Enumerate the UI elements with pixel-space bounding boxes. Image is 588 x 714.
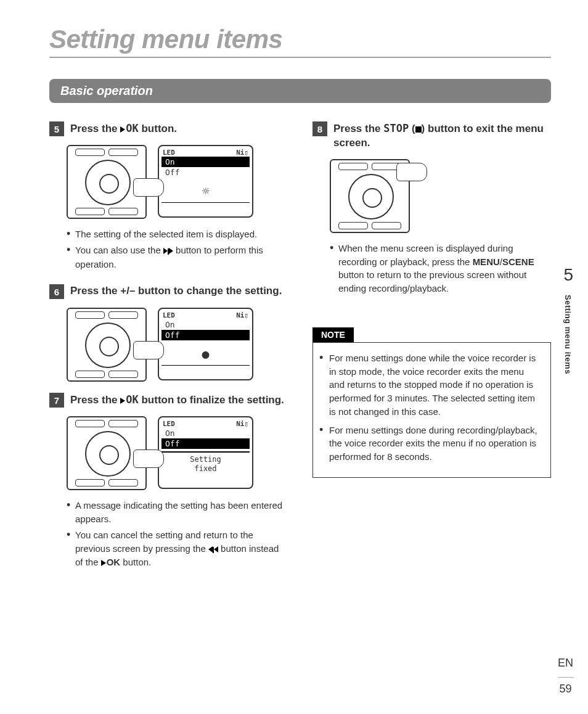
lcd-header-right: Ni▯: [236, 311, 248, 319]
language-label: EN: [558, 657, 573, 670]
note-bullet: For menu settings done while the voice r…: [319, 351, 541, 419]
step-number: 6: [49, 284, 64, 299]
lcd-screen: LEDNi▯ On Off Setting fixed: [158, 416, 253, 489]
page-footer: EN 59: [558, 657, 573, 696]
note-bullet: For menu settings done during recording/…: [319, 424, 541, 464]
lcd-screen: LEDNi▯ On Off ☼: [158, 145, 253, 218]
lcd-bulb-icon: ●: [161, 340, 250, 361]
step-5-bullets: The setting of the selected item is disp…: [49, 228, 288, 271]
text: button to return to the previous screen …: [338, 269, 526, 293]
device-illustration: [67, 145, 147, 219]
page-title: Setting menu items: [49, 25, 551, 58]
hand-icon: [133, 341, 164, 359]
text: (: [409, 123, 415, 134]
bullet: The setting of the selected item is disp…: [67, 228, 288, 241]
lcd-row-on: On: [161, 428, 250, 438]
hand-icon: [396, 163, 427, 181]
lcd-header-left: LED: [163, 149, 175, 157]
note-label: NOTE: [312, 327, 354, 342]
text: Press the: [70, 394, 120, 406]
text: Press the: [70, 123, 120, 134]
hand-icon: [133, 178, 164, 197]
step-7-bullets: A message indicating the setting has bee…: [49, 499, 288, 569]
step-text: Press the +/– button to change the setti…: [70, 284, 282, 298]
lcd-header-left: LED: [163, 311, 175, 319]
chapter-number: 5: [563, 265, 573, 285]
step-5: 5 Press the OK button.: [49, 121, 288, 136]
scene-label: SCENE: [502, 256, 534, 267]
text: button.: [139, 123, 177, 134]
lcd-screen: LEDNi▯ On Off ●: [158, 308, 253, 380]
side-section-label: Setting menu items: [563, 295, 573, 374]
text: fixed: [194, 464, 216, 473]
stop-label: STOP: [383, 122, 409, 134]
step-8: 8 Press the STOP () button to exit the m…: [312, 121, 551, 150]
section-heading: Basic operation: [49, 79, 551, 103]
ok-label: OK: [126, 393, 138, 406]
right-column: 8 Press the STOP () button to exit the m…: [312, 121, 551, 583]
step-text: Press the OK button.: [70, 121, 177, 136]
bullet: You can also use the button to perform t…: [67, 244, 288, 271]
stop-icon: [415, 126, 422, 133]
text: button.: [120, 557, 151, 567]
lcd-row-off: Off: [161, 438, 250, 449]
device-illustration: [330, 159, 410, 233]
step-number: 5: [49, 121, 64, 136]
hand-icon: [133, 449, 164, 468]
lcd-header-right: Ni▯: [236, 420, 248, 428]
side-tab: 5 Setting menu items: [563, 265, 573, 374]
lcd-row-off: Off: [161, 330, 250, 340]
device-illustration: [67, 416, 147, 490]
text: button to finalize the setting.: [139, 394, 284, 406]
lcd-row-on: On: [161, 319, 250, 330]
step-number: 8: [312, 121, 327, 136]
fast-forward-icon: [163, 244, 173, 258]
lcd-header-right: Ni▯: [236, 149, 248, 157]
text: Setting: [190, 455, 221, 464]
play-icon: [120, 126, 125, 133]
step-7: 7 Press the OK button to finalize the se…: [49, 393, 288, 408]
lcd-row-off: Off: [161, 167, 250, 178]
figure-row: [330, 159, 551, 233]
device-illustration: [67, 308, 147, 382]
figure-row: LEDNi▯ On Off ●: [67, 308, 288, 382]
rewind-icon: [208, 543, 218, 556]
step-6: 6 Press the +/– button to change the set…: [49, 284, 288, 299]
lcd-bulb-icon: ☼: [161, 178, 250, 199]
play-icon: [120, 398, 125, 404]
bullet: When the menu screen is displayed during…: [330, 242, 551, 295]
step-number: 7: [49, 393, 64, 408]
ok-label: OK: [107, 557, 121, 567]
step-8-bullets: When the menu screen is displayed during…: [312, 242, 551, 295]
figure-row: LEDNi▯ On Off ☼: [67, 145, 288, 219]
step-text: Press the STOP () button to exit the men…: [333, 121, 551, 150]
text: Press the: [333, 123, 383, 134]
text: You can also use the: [75, 245, 163, 255]
menu-label: MENU: [473, 256, 500, 267]
ok-label: OK: [126, 122, 138, 134]
step-text: Press the OK button to finalize the sett…: [70, 393, 284, 408]
lcd-row-on: On: [161, 157, 250, 167]
bullet: You can cancel the setting and return to…: [67, 528, 288, 569]
lcd-header-left: LED: [163, 420, 175, 428]
bullet: A message indicating the setting has bee…: [67, 499, 288, 526]
play-icon: [101, 560, 106, 566]
note-box: For menu settings done while the voice r…: [312, 342, 551, 478]
lcd-message: Setting fixed: [161, 451, 250, 473]
page-number: 59: [558, 677, 573, 696]
figure-row: LEDNi▯ On Off Setting fixed: [67, 416, 288, 490]
left-column: 5 Press the OK button. LEDNi▯ On Off ☼ T…: [49, 121, 288, 583]
